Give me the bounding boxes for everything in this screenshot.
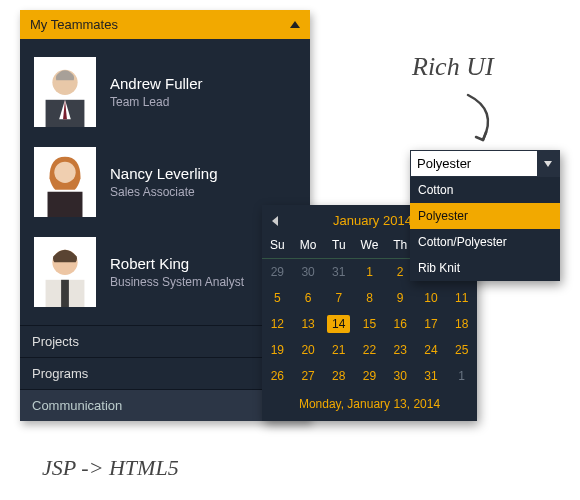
annotation-rich-ui: Rich UI bbox=[412, 52, 494, 82]
dow-header: Mo bbox=[293, 232, 324, 259]
calendar-day[interactable]: 22 bbox=[354, 337, 385, 363]
calendar-day[interactable]: 1 bbox=[446, 363, 477, 389]
calendar-day[interactable]: 31 bbox=[416, 363, 447, 389]
svg-rect-7 bbox=[61, 280, 69, 307]
svg-point-3 bbox=[54, 162, 75, 183]
member-role: Business System Analyst bbox=[110, 275, 244, 289]
combo-option[interactable]: Cotton bbox=[410, 177, 560, 203]
avatar bbox=[34, 57, 96, 127]
dow-header: Tu bbox=[323, 232, 354, 259]
calendar-day[interactable]: 28 bbox=[323, 363, 354, 389]
annotation-jsp: JSP -> HTML5 bbox=[42, 455, 179, 481]
calendar-day[interactable]: 13 bbox=[293, 311, 324, 337]
calendar-day[interactable]: 25 bbox=[446, 337, 477, 363]
collapse-icon bbox=[290, 21, 300, 28]
calendar-day[interactable]: 5 bbox=[262, 285, 293, 311]
calendar-day[interactable]: 7 bbox=[323, 285, 354, 311]
combo-option[interactable]: Cotton/Polyester bbox=[410, 229, 560, 255]
calendar-day[interactable]: 19 bbox=[262, 337, 293, 363]
calendar-day[interactable]: 9 bbox=[385, 285, 416, 311]
calendar-day[interactable]: 30 bbox=[385, 363, 416, 389]
arrow-icon bbox=[448, 90, 508, 150]
member-role: Sales Associate bbox=[110, 185, 218, 199]
calendar-day[interactable]: 29 bbox=[354, 363, 385, 389]
calendar-day[interactable]: 18 bbox=[446, 311, 477, 337]
dow-header: Su bbox=[262, 232, 293, 259]
member-role: Team Lead bbox=[110, 95, 203, 109]
calendar-day[interactable]: 23 bbox=[385, 337, 416, 363]
member-name: Andrew Fuller bbox=[110, 75, 203, 92]
calendar-day[interactable]: 11 bbox=[446, 285, 477, 311]
calendar-day[interactable]: 26 bbox=[262, 363, 293, 389]
dow-header: We bbox=[354, 232, 385, 259]
combo-toggle-button[interactable] bbox=[537, 151, 559, 176]
combo-option[interactable]: Rib Knit bbox=[410, 255, 560, 281]
calendar-day[interactable]: 17 bbox=[416, 311, 447, 337]
calendar-footer[interactable]: Monday, January 13, 2014 bbox=[262, 389, 477, 421]
avatar bbox=[34, 147, 96, 217]
calendar-day[interactable]: 6 bbox=[293, 285, 324, 311]
avatar bbox=[34, 237, 96, 307]
combo-input-wrap[interactable] bbox=[410, 150, 560, 177]
calendar-day[interactable]: 14 bbox=[323, 311, 354, 337]
calendar-day[interactable]: 31 bbox=[323, 259, 354, 285]
member-name: Robert King bbox=[110, 255, 244, 272]
calendar-day[interactable]: 27 bbox=[293, 363, 324, 389]
combo-option[interactable]: Polyester bbox=[410, 203, 560, 229]
teammates-header[interactable]: My Teammates bbox=[20, 10, 310, 39]
calendar-day[interactable]: 21 bbox=[323, 337, 354, 363]
combo-list: CottonPolyesterCotton/PolyesterRib Knit bbox=[410, 177, 560, 281]
team-item[interactable]: Andrew Fuller Team Lead bbox=[20, 47, 310, 137]
calendar-day[interactable]: 10 bbox=[416, 285, 447, 311]
calendar-day[interactable]: 29 bbox=[262, 259, 293, 285]
svg-rect-4 bbox=[48, 192, 83, 217]
calendar-day[interactable]: 24 bbox=[416, 337, 447, 363]
calendar-day[interactable]: 20 bbox=[293, 337, 324, 363]
calendar-day[interactable]: 1 bbox=[354, 259, 385, 285]
member-name: Nancy Leverling bbox=[110, 165, 218, 182]
calendar-day[interactable]: 12 bbox=[262, 311, 293, 337]
panel-title: My Teammates bbox=[30, 17, 118, 32]
calendar-day[interactable]: 15 bbox=[354, 311, 385, 337]
material-combobox: CottonPolyesterCotton/PolyesterRib Knit bbox=[410, 150, 560, 281]
calendar-day[interactable]: 30 bbox=[293, 259, 324, 285]
calendar-day[interactable]: 16 bbox=[385, 311, 416, 337]
chevron-down-icon bbox=[544, 161, 552, 167]
combo-input[interactable] bbox=[411, 151, 537, 176]
calendar-day[interactable]: 8 bbox=[354, 285, 385, 311]
